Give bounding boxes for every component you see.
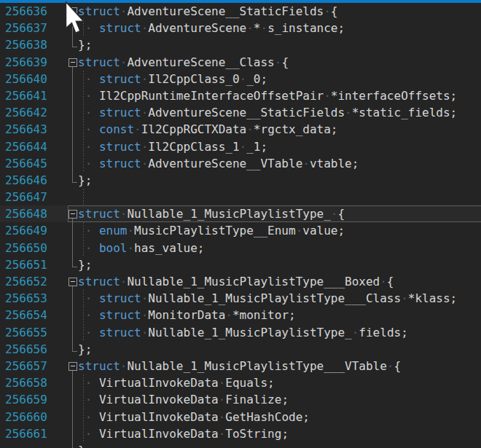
code-text[interactable]: };	[78, 341, 481, 358]
fold-collapse-icon[interactable]	[69, 58, 77, 67]
fold-region-line	[72, 121, 73, 138]
keyword-token: struct	[99, 326, 141, 339]
code-line[interactable]: 256644 · struct·Il2CppClass_1·_1;	[0, 138, 481, 155]
code-line[interactable]: 256651};	[0, 256, 481, 273]
code-text[interactable]: · struct·AdventureScene__VTable·vtable;	[78, 155, 481, 172]
minus-glyph	[71, 62, 75, 63]
fold-margin	[58, 155, 78, 172]
code-text[interactable]: · VirtualInvokeData·GetHashCode;	[78, 409, 481, 425]
line-number: 256645	[0, 155, 58, 172]
whitespace-dot: ·	[127, 241, 134, 255]
code-line[interactable]: 256660 · VirtualInvokeData·GetHashCode;	[0, 409, 481, 425]
code-lines-area[interactable]: 256636struct·AdventureScene__StaticField…	[0, 3, 481, 448]
code-text[interactable]: struct·Nullable_1_MusicPlaylistType___VT…	[78, 358, 481, 374]
code-text[interactable]: };	[78, 442, 481, 448]
code-line[interactable]: 256637 · struct·AdventureScene·*·s_insta…	[0, 20, 481, 36]
whitespace-dot: ·	[120, 4, 128, 18]
code-line[interactable]: 256641 · Il2CppRuntimeInterfaceOffsetPai…	[0, 87, 481, 104]
fold-region-line	[72, 341, 73, 352]
code-text[interactable]	[78, 189, 481, 205]
fold-margin	[58, 341, 78, 358]
code-text[interactable]: · Il2CppRuntimeInterfaceOffsetPair·*inte…	[78, 87, 481, 104]
fold-collapse-icon[interactable]	[69, 278, 77, 286]
code-text[interactable]: · VirtualInvokeData·Finalize;	[78, 391, 481, 408]
fold-collapse-icon[interactable]	[69, 7, 77, 16]
indent-guide	[83, 391, 84, 408]
fold-margin	[58, 273, 78, 290]
fold-margin	[58, 36, 78, 53]
whitespace-dot: ·	[387, 359, 394, 373]
code-token: VirtualInvokeData	[99, 410, 219, 424]
indent-guide	[83, 189, 84, 205]
code-text[interactable]: · struct·AdventureScene__StaticFields·*s…	[78, 104, 481, 121]
whitespace-dot: ·	[380, 275, 387, 288]
code-line[interactable]: 256652struct·Nullable_1_MusicPlaylistTyp…	[0, 273, 481, 290]
code-text[interactable]: · struct·Il2CppClass_1·_1;	[78, 138, 481, 155]
code-line[interactable]: 256650 · bool·has_value;	[0, 240, 481, 256]
code-text[interactable]: };	[78, 256, 481, 273]
code-line[interactable]: 256653 · struct·Nullable_1_MusicPlaylist…	[0, 290, 481, 307]
code-token: Nullable_1_MusicPlaylistType___VTable	[127, 359, 386, 373]
fold-collapse-icon[interactable]	[69, 210, 77, 219]
code-line[interactable]: 256656};	[0, 341, 481, 358]
code-line[interactable]: 256658 · VirtualInvokeData·Equals;	[0, 374, 481, 391]
fold-margin	[58, 409, 78, 425]
whitespace-dot: ·	[141, 106, 149, 119]
code-line[interactable]: 256659 · VirtualInvokeData·Finalize;	[0, 391, 481, 408]
code-text[interactable]: struct·AdventureScene__StaticFields·{	[78, 3, 481, 20]
code-line[interactable]: 256643 · const·Il2CppRGCTXData·*rgctx_da…	[0, 121, 481, 138]
code-text[interactable]: · struct·Il2CppClass_0·_0;	[78, 71, 481, 87]
code-line[interactable]: 256647	[0, 189, 481, 205]
code-text[interactable]: · VirtualInvokeData·Equals;	[78, 374, 481, 391]
code-line[interactable]: 256654 · struct·MonitorData·*monitor;	[0, 307, 481, 323]
code-text[interactable]: · enum·MusicPlaylistType__Enum·value;	[78, 222, 481, 239]
code-text[interactable]: struct·Nullable_1_MusicPlaylistType_·{	[78, 205, 481, 222]
fold-region-end-corner	[72, 351, 77, 352]
whitespace-dots: ·	[78, 393, 99, 406]
code-text[interactable]: struct·Nullable_1_MusicPlaylistType___Bo…	[78, 273, 481, 290]
whitespace-dot: ·	[141, 21, 149, 35]
code-line[interactable]: };	[0, 442, 481, 448]
code-line[interactable]: 256645 · struct·AdventureScene__VTable·v…	[0, 155, 481, 172]
code-token: _0;	[246, 72, 267, 86]
indent-guide	[83, 222, 84, 239]
code-text[interactable]: · VirtualInvokeData·ToString;	[78, 425, 481, 442]
line-number: 256649	[0, 222, 58, 239]
code-token: AdventureScene__StaticFields	[148, 106, 345, 119]
code-text[interactable]: · struct·AdventureScene·*·s_instance;	[78, 20, 481, 36]
code-text[interactable]: · struct·Nullable_1_MusicPlaylistType___…	[78, 290, 481, 307]
code-line[interactable]: 256646};	[0, 172, 481, 189]
whitespace-dot: ·	[296, 224, 303, 237]
whitespace-dot: ·	[246, 21, 254, 35]
line-number: 256659	[0, 391, 58, 408]
code-text[interactable]: · bool·has_value;	[78, 240, 481, 256]
code-text[interactable]: · struct·MonitorData·*monitor;	[78, 307, 481, 323]
line-number: 256652	[0, 273, 58, 290]
line-number: 256656	[0, 341, 58, 358]
code-text[interactable]: struct·AdventureScene__Class·{	[78, 54, 481, 71]
line-number: 256650	[0, 240, 58, 256]
code-line[interactable]: 256636struct·AdventureScene__StaticField…	[0, 3, 481, 20]
keyword-token: bool	[99, 241, 128, 255]
fold-margin	[58, 121, 78, 138]
code-text[interactable]: · struct·Nullable_1_MusicPlaylistType_·f…	[78, 324, 481, 341]
line-number: 256636	[0, 3, 58, 20]
code-line[interactable]: 256638};	[0, 36, 481, 53]
fold-region-line	[72, 20, 73, 36]
line-number: 256642	[0, 104, 58, 121]
fold-region-end-corner	[72, 47, 77, 47]
code-line[interactable]: 256640 · struct·Il2CppClass_0·_0;	[0, 71, 481, 87]
code-text[interactable]: };	[78, 36, 481, 53]
code-line[interactable]: 256661 · VirtualInvokeData·ToString;	[0, 425, 481, 442]
code-line[interactable]: 256648struct·Nullable_1_MusicPlaylistTyp…	[0, 205, 481, 222]
code-text[interactable]: · const·Il2CppRGCTXData·*rgctx_data;	[78, 121, 481, 138]
code-line[interactable]: 256639struct·AdventureScene__Class·{	[0, 54, 481, 71]
code-line[interactable]: 256657struct·Nullable_1_MusicPlaylistTyp…	[0, 358, 481, 374]
code-token: {	[394, 359, 402, 373]
whitespace-dot: ·	[141, 157, 149, 170]
code-line[interactable]: 256655 · struct·Nullable_1_MusicPlaylist…	[0, 324, 481, 341]
code-text[interactable]: };	[78, 172, 481, 189]
code-line[interactable]: 256642 · struct·AdventureScene__StaticFi…	[0, 104, 481, 121]
code-line[interactable]: 256649 · enum·MusicPlaylistType__Enum·va…	[0, 222, 481, 239]
fold-collapse-icon[interactable]	[69, 362, 77, 371]
